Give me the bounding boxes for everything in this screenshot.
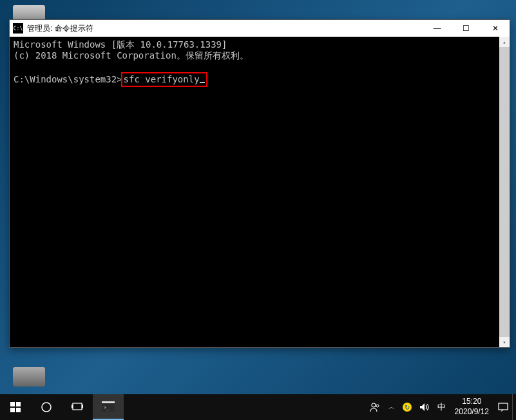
cortana-button[interactable] [31,394,62,420]
svg-rect-7 [82,405,83,408]
notification-icon [498,402,508,412]
window-title: 管理员: 命令提示符 [27,23,423,34]
terminal-line-2: (c) 2018 Microsoft Corporation。保留所有权利。 [14,50,506,61]
svg-point-4 [42,403,51,412]
cortana-icon [41,401,52,413]
svg-rect-13 [499,403,508,410]
action-center-button[interactable] [494,394,512,420]
close-button[interactable]: ✕ [481,20,510,37]
terminal-prompt-line: C:\Windows\system32>sfc verifyonly [14,72,506,87]
tray-expand-button[interactable]: ︿ [385,394,399,420]
desktop-area [0,167,3,232]
chevron-up-icon: ︿ [388,403,395,412]
minimize-button[interactable]: — [423,20,452,37]
security-icon[interactable]: ↻ [399,394,416,420]
volume-button[interactable] [416,394,434,420]
svg-rect-3 [16,408,21,412]
show-desktop-button[interactable] [512,394,516,420]
speaker-icon [419,403,430,412]
ime-label: 中 [437,401,446,413]
typed-command: sfc verifyonly [124,74,200,84]
clock-button[interactable]: 15:20 2020/9/12 [450,397,494,417]
terminal-output[interactable]: Microsoft Windows [版本 10.0.17763.1339] (… [10,37,510,347]
start-button[interactable] [0,394,31,420]
scrollbar[interactable]: ▴ ▾ [499,37,510,347]
svg-rect-9 [102,401,115,403]
svg-rect-6 [72,405,73,408]
scrollbar-thumb[interactable] [499,47,510,337]
desktop-icon-2[interactable] [13,367,45,387]
svg-point-11 [372,403,376,407]
task-view-button[interactable] [62,394,93,420]
command-highlight: sfc verifyonly [121,72,207,87]
svg-point-12 [376,405,379,407]
people-icon [369,401,381,413]
cmd-taskbar-icon: >_ [102,401,115,412]
cmd-taskbar-item[interactable]: >_ [93,394,124,420]
terminal-line-1: Microsoft Windows [版本 10.0.17763.1339] [14,39,506,50]
ime-button[interactable]: 中 [434,394,450,420]
svg-rect-2 [10,408,15,412]
command-prompt-window: C:\ 管理员: 命令提示符 — ☐ ✕ Microsoft Windows [… [9,19,510,348]
people-button[interactable] [365,394,385,420]
clock-time: 15:20 [455,397,489,407]
svg-rect-1 [16,402,21,406]
cursor [200,82,205,83]
task-view-icon [72,403,83,412]
scroll-down-button[interactable]: ▾ [499,337,510,347]
cmd-icon: C:\ [13,23,23,33]
svg-rect-0 [10,402,15,406]
windows-logo-icon [10,402,21,412]
terminal-blank [14,61,506,72]
svg-text:>_: >_ [104,405,110,410]
scroll-up-button[interactable]: ▴ [499,37,510,47]
clock-date: 2020/9/12 [455,407,489,417]
svg-rect-5 [73,403,82,410]
taskbar: >_ ︿ ↻ 中 15:20 [0,394,516,420]
maximize-button[interactable]: ☐ [452,20,481,37]
sync-icon: ↻ [403,403,412,412]
prompt-path: C:\Windows\system32> [14,74,122,84]
window-titlebar[interactable]: C:\ 管理员: 命令提示符 — ☐ ✕ [10,20,510,37]
